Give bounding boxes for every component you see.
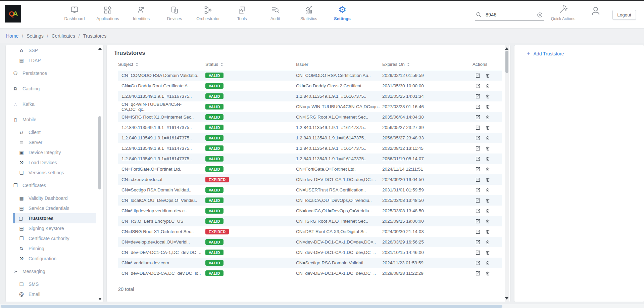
sidebar-item-mobile[interactable]: ▯ Mobile	[6, 112, 96, 127]
open-details-button[interactable]	[475, 125, 481, 130]
open-details-button[interactable]	[475, 219, 481, 224]
delete-trash-icon[interactable]	[485, 208, 490, 214]
delete-trash-icon[interactable]	[485, 94, 490, 99]
column-header-actions[interactable]: Actions	[473, 62, 502, 67]
delete-trash-icon[interactable]	[485, 271, 490, 276]
sidebar-item-signing-keystore[interactable]: ▤ Signing Keystore	[6, 223, 96, 233]
sidebar-item-versions-settings[interactable]: ❏ Versions settings	[6, 168, 96, 178]
sidebar-item-configuration[interactable]: ⚒ Configuration	[6, 254, 96, 264]
column-header-status[interactable]: Status	[205, 62, 296, 67]
status-cell: VALID	[205, 197, 296, 203]
sidebar-item-service-credentials[interactable]: ▤ Service Credentials	[6, 203, 96, 213]
logout-button[interactable]: Logout	[612, 10, 636, 20]
open-details-button[interactable]	[475, 135, 481, 141]
subject-cell: CN=Sectigo RSA Domain Validati..	[118, 187, 205, 192]
sidebar-item-certificates[interactable]: ❒ Certificates	[6, 178, 96, 193]
sidebar-item-device-integrity[interactable]: ▣ Device Integrity	[6, 147, 96, 158]
nav-item-audit[interactable]: Audit	[258, 4, 292, 21]
nav-item-orchestrator[interactable]: Orchestrator	[191, 4, 225, 21]
quick-actions-button[interactable]: Quick Actions	[548, 4, 579, 21]
open-details-button[interactable]	[475, 229, 481, 234]
open-details-button[interactable]	[475, 208, 481, 214]
sidebar-item-kafka[interactable]: ∴ Kafka	[6, 96, 96, 112]
table-scrollbar-track[interactable]	[505, 45, 509, 302]
delete-trash-icon[interactable]	[485, 198, 490, 203]
user-avatar-icon[interactable]	[590, 5, 601, 17]
delete-trash-icon[interactable]	[485, 229, 490, 234]
sidebar-item-persistence[interactable]: ⛁ Persistence	[6, 65, 96, 81]
sidebar-item-sms[interactable]: ❏ SMS	[6, 279, 96, 289]
add-truststore-button[interactable]: + Add Truststore	[527, 50, 564, 57]
horizontal-scrollbar-thumb[interactable]	[1, 305, 502, 308]
open-details-button[interactable]	[475, 271, 481, 276]
delete-trash-icon[interactable]	[485, 260, 490, 266]
sidebar-item-pinning[interactable]: ⚲ Pinning	[6, 244, 96, 254]
sidebar-item-load-devices[interactable]: ⚒ Load Devices	[6, 158, 96, 168]
nav-item-identities[interactable]: Identities	[125, 4, 158, 21]
sidebar-item-ldap[interactable]: ▤ LDAP	[6, 55, 96, 65]
column-header-issuer[interactable]: Issuer	[296, 62, 382, 67]
open-details-button[interactable]	[475, 73, 481, 78]
sidebar-item-caching[interactable]: ⧉ Caching	[6, 81, 96, 96]
delete-trash-icon[interactable]	[485, 73, 490, 78]
sidebar-scrollbar-thumb[interactable]	[98, 116, 101, 189]
sidebar-item-label: Service Credentials	[29, 206, 69, 211]
delete-trash-icon[interactable]	[485, 167, 490, 172]
open-details-button[interactable]	[475, 260, 481, 266]
open-details-button[interactable]	[475, 177, 481, 182]
nav-item-settings[interactable]: ⚙ Settings	[326, 4, 359, 21]
search-clear-icon[interactable]	[537, 12, 543, 18]
open-details-button[interactable]	[475, 167, 481, 172]
delete-trash-icon[interactable]	[485, 146, 490, 151]
breadcrumb-certificates[interactable]: Certificates	[52, 33, 75, 39]
delete-trash-icon[interactable]	[485, 156, 490, 162]
delete-trash-icon[interactable]	[485, 83, 490, 89]
sidebar-item-messaging[interactable]: ➢ Messaging	[6, 264, 96, 279]
table-scroll-down-arrow[interactable]	[505, 297, 508, 300]
open-details-button[interactable]	[475, 156, 481, 162]
sidebar-scroll-up-arrow[interactable]	[98, 47, 102, 50]
sidebar-item-ssp[interactable]: ⌂ SSP	[6, 45, 96, 55]
nav-item-applications[interactable]: Applications	[91, 4, 125, 21]
sidebar-item-notifications[interactable]: ▭ Notifications	[6, 299, 96, 302]
table-scrollbar-thumb[interactable]	[505, 51, 508, 73]
column-header-expires-on[interactable]: Expires On	[382, 62, 473, 67]
search-input[interactable]: 8946	[486, 12, 496, 17]
nav-item-dashboard[interactable]: Dashboard	[58, 4, 91, 21]
open-details-button[interactable]	[475, 104, 481, 109]
sidebar-scroll-down-arrow[interactable]	[98, 298, 102, 300]
delete-trash-icon[interactable]	[485, 250, 490, 255]
table-scroll-up-arrow[interactable]	[505, 47, 508, 50]
delete-trash-icon[interactable]	[485, 125, 490, 130]
delete-trash-icon[interactable]	[485, 104, 490, 109]
breadcrumb-home-link[interactable]: Home	[6, 33, 18, 39]
delete-trash-icon[interactable]	[485, 177, 490, 182]
open-details-button[interactable]	[475, 187, 481, 193]
open-details-button[interactable]	[475, 94, 481, 99]
nav-item-statistics[interactable]: Statistics	[292, 4, 326, 21]
nav-item-tools[interactable]: Tools	[225, 4, 259, 21]
column-header-subject[interactable]: Subject	[118, 62, 205, 67]
sidebar-item-email[interactable]: @ Email	[6, 289, 96, 299]
open-details-button[interactable]	[475, 115, 481, 120]
delete-trash-icon[interactable]	[485, 239, 490, 245]
open-details-button[interactable]	[475, 250, 481, 255]
sidebar-item-truststores[interactable]: ▢ Truststores	[13, 213, 96, 223]
breadcrumb-settings[interactable]: Settings	[27, 33, 44, 39]
nav-item-devices[interactable]: Devices	[158, 4, 191, 21]
delete-trash-icon[interactable]	[485, 115, 490, 120]
delete-trash-icon[interactable]	[485, 187, 490, 193]
horizontal-scrollbar[interactable]	[0, 304, 644, 308]
open-details-button[interactable]	[475, 83, 481, 89]
open-details-button[interactable]	[475, 239, 481, 245]
open-details-button[interactable]	[475, 146, 481, 151]
sidebar-item-server[interactable]: ≣ Server	[6, 137, 96, 147]
sidebar-item-client[interactable]: ⧉ Client	[6, 127, 96, 137]
table-row: CN=dev-DEV-DC2-CA,DC=dev,DC=lo.. VALID C…	[118, 268, 502, 278]
sidebar-item-validity-dashboard[interactable]: ▦ Validity Dashboard	[6, 193, 96, 203]
app-logo[interactable]: QA	[5, 5, 21, 23]
delete-trash-icon[interactable]	[485, 135, 490, 141]
delete-trash-icon[interactable]	[485, 219, 490, 224]
open-details-button[interactable]	[475, 198, 481, 203]
sidebar-item-certificate-authority[interactable]: ❒ Certificate Authority	[6, 233, 96, 244]
